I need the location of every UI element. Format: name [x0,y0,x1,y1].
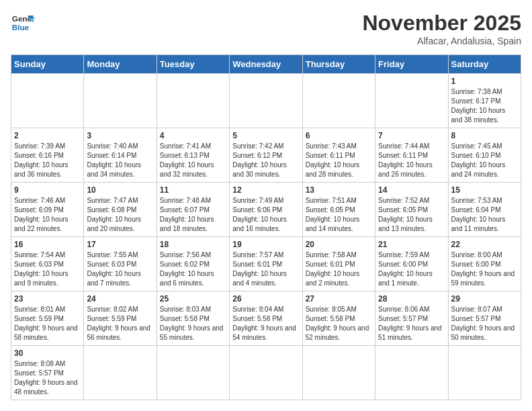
day-info: Sunrise: 7:58 AM Sunset: 6:01 PM Dayligh… [306,250,372,288]
day-number: 29 [451,294,518,304]
day-cell: 16Sunrise: 7:54 AM Sunset: 6:03 PM Dayli… [11,237,84,291]
day-info: Sunrise: 8:01 AM Sunset: 5:59 PM Dayligh… [14,305,81,342]
logo-icon: General Blue [11,11,35,35]
day-cell: 24Sunrise: 8:02 AM Sunset: 5:59 PM Dayli… [84,291,157,346]
day-cell [84,74,157,128]
day-cell [230,74,302,128]
day-info: Sunrise: 7:39 AM Sunset: 6:16 PM Dayligh… [14,142,81,179]
day-cell: 3Sunrise: 7:40 AM Sunset: 6:14 PM Daylig… [84,128,157,183]
week-row-4: 16Sunrise: 7:54 AM Sunset: 6:03 PM Dayli… [11,237,521,291]
day-info: Sunrise: 7:45 AM Sunset: 6:10 PM Dayligh… [451,142,518,179]
day-info: Sunrise: 7:51 AM Sunset: 6:05 PM Dayligh… [306,196,372,234]
day-info: Sunrise: 7:56 AM Sunset: 6:02 PM Dayligh… [160,250,226,288]
day-number: 28 [378,294,445,304]
day-cell: 27Sunrise: 8:05 AM Sunset: 5:58 PM Dayli… [302,291,375,346]
day-cell: 20Sunrise: 7:58 AM Sunset: 6:01 PM Dayli… [302,237,375,291]
page-header: General Blue November 2025 Alfacar, Anda… [11,11,521,46]
day-number: 1 [451,77,518,86]
day-cell [157,74,229,128]
day-cell: 2Sunrise: 7:39 AM Sunset: 6:16 PM Daylig… [11,128,84,183]
day-number: 11 [160,185,226,195]
day-info: Sunrise: 8:00 AM Sunset: 6:00 PM Dayligh… [451,250,518,288]
day-cell: 8Sunrise: 7:45 AM Sunset: 6:10 PM Daylig… [448,128,521,183]
day-info: Sunrise: 7:40 AM Sunset: 6:14 PM Dayligh… [87,142,153,179]
day-cell: 12Sunrise: 7:49 AM Sunset: 6:06 PM Dayli… [230,183,302,237]
day-number: 2 [14,131,81,140]
day-cell: 18Sunrise: 7:56 AM Sunset: 6:02 PM Dayli… [157,237,229,291]
weekday-header-tuesday: Tuesday [157,55,229,74]
logo: General Blue [11,11,35,35]
day-info: Sunrise: 7:46 AM Sunset: 6:09 PM Dayligh… [14,196,81,234]
day-number: 26 [232,294,299,304]
day-number: 25 [160,294,226,304]
day-info: Sunrise: 8:06 AM Sunset: 5:57 PM Dayligh… [378,305,445,342]
day-info: Sunrise: 8:02 AM Sunset: 5:59 PM Dayligh… [87,305,153,342]
day-info: Sunrise: 8:08 AM Sunset: 5:57 PM Dayligh… [14,359,81,397]
day-cell: 11Sunrise: 7:48 AM Sunset: 6:07 PM Dayli… [157,183,229,237]
week-row-6: 30Sunrise: 8:08 AM Sunset: 5:57 PM Dayli… [11,346,521,400]
day-info: Sunrise: 7:43 AM Sunset: 6:11 PM Dayligh… [306,142,372,179]
day-number: 7 [378,131,445,140]
day-cell: 6Sunrise: 7:43 AM Sunset: 6:11 PM Daylig… [302,128,375,183]
day-cell [375,74,448,128]
weekday-header-sunday: Sunday [11,55,84,74]
day-cell: 21Sunrise: 7:59 AM Sunset: 6:00 PM Dayli… [375,237,448,291]
day-cell: 5Sunrise: 7:42 AM Sunset: 6:12 PM Daylig… [230,128,302,183]
day-cell [302,74,375,128]
day-number: 30 [14,349,81,358]
week-row-2: 2Sunrise: 7:39 AM Sunset: 6:16 PM Daylig… [11,128,521,183]
day-number: 19 [232,240,299,249]
weekday-header-wednesday: Wednesday [230,55,302,74]
day-cell: 22Sunrise: 8:00 AM Sunset: 6:00 PM Dayli… [448,237,521,291]
day-info: Sunrise: 8:07 AM Sunset: 5:57 PM Dayligh… [451,305,518,342]
day-cell: 23Sunrise: 8:01 AM Sunset: 5:59 PM Dayli… [11,291,84,346]
day-cell [11,74,84,128]
weekday-header-monday: Monday [84,55,157,74]
day-info: Sunrise: 7:48 AM Sunset: 6:07 PM Dayligh… [160,196,226,234]
day-info: Sunrise: 7:47 AM Sunset: 6:08 PM Dayligh… [87,196,153,234]
day-info: Sunrise: 7:57 AM Sunset: 6:01 PM Dayligh… [232,250,299,288]
day-cell: 13Sunrise: 7:51 AM Sunset: 6:05 PM Dayli… [302,183,375,237]
day-cell: 14Sunrise: 7:52 AM Sunset: 6:05 PM Dayli… [375,183,448,237]
day-number: 18 [160,240,226,249]
month-title: November 2025 [362,11,521,36]
day-cell: 10Sunrise: 7:47 AM Sunset: 6:08 PM Dayli… [84,183,157,237]
weekday-header-row: SundayMondayTuesdayWednesdayThursdayFrid… [11,55,521,74]
week-row-1: 1Sunrise: 7:38 AM Sunset: 6:17 PM Daylig… [11,74,521,128]
week-row-3: 9Sunrise: 7:46 AM Sunset: 6:09 PM Daylig… [11,183,521,237]
weekday-header-friday: Friday [375,55,448,74]
day-number: 5 [232,131,299,140]
day-info: Sunrise: 7:52 AM Sunset: 6:05 PM Dayligh… [378,196,445,234]
day-number: 3 [87,131,153,140]
day-cell [302,346,375,400]
day-number: 13 [306,185,372,195]
day-cell: 7Sunrise: 7:44 AM Sunset: 6:11 PM Daylig… [375,128,448,183]
day-number: 12 [232,185,299,195]
day-cell [375,346,448,400]
day-info: Sunrise: 7:53 AM Sunset: 6:04 PM Dayligh… [451,196,518,234]
day-cell: 30Sunrise: 8:08 AM Sunset: 5:57 PM Dayli… [11,346,84,400]
svg-text:Blue: Blue [12,23,30,32]
title-area: November 2025 Alfacar, Andalusia, Spain [362,11,521,46]
day-number: 23 [14,294,81,304]
calendar-table: SundayMondayTuesdayWednesdayThursdayFrid… [11,54,521,400]
day-cell: 28Sunrise: 8:06 AM Sunset: 5:57 PM Dayli… [375,291,448,346]
day-cell: 25Sunrise: 8:03 AM Sunset: 5:58 PM Dayli… [157,291,229,346]
day-cell [84,346,157,400]
day-info: Sunrise: 7:59 AM Sunset: 6:00 PM Dayligh… [378,250,445,288]
day-number: 6 [306,131,372,140]
weekday-header-saturday: Saturday [448,55,521,74]
day-number: 8 [451,131,518,140]
day-number: 24 [87,294,153,304]
day-cell: 9Sunrise: 7:46 AM Sunset: 6:09 PM Daylig… [11,183,84,237]
day-cell: 1Sunrise: 7:38 AM Sunset: 6:17 PM Daylig… [448,74,521,128]
day-cell [157,346,229,400]
day-number: 10 [87,185,153,195]
day-number: 4 [160,131,226,140]
day-info: Sunrise: 8:04 AM Sunset: 5:58 PM Dayligh… [232,305,299,342]
day-number: 16 [14,240,81,249]
day-number: 27 [306,294,372,304]
day-info: Sunrise: 7:41 AM Sunset: 6:13 PM Dayligh… [160,142,226,179]
week-row-5: 23Sunrise: 8:01 AM Sunset: 5:59 PM Dayli… [11,291,521,346]
day-cell [230,346,302,400]
